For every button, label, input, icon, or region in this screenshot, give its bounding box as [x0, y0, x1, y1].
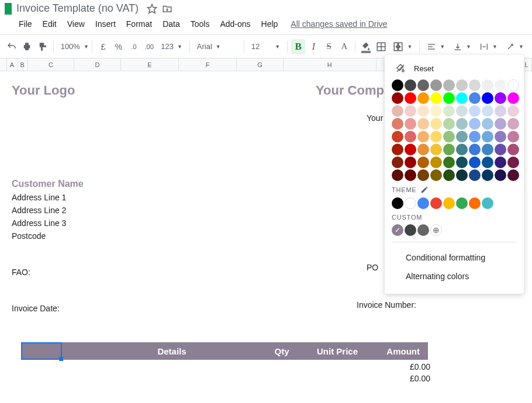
color-swatch[interactable]	[507, 131, 519, 143]
color-swatch[interactable]	[392, 157, 403, 168]
color-swatch[interactable]	[405, 118, 416, 130]
color-swatch[interactable]	[469, 144, 481, 155]
color-swatch[interactable]	[482, 92, 493, 104]
custom-color-swatch[interactable]	[417, 224, 429, 236]
move-folder-icon[interactable]	[162, 4, 172, 14]
color-swatch[interactable]	[392, 118, 403, 130]
color-swatch[interactable]	[469, 79, 481, 91]
color-swatch[interactable]	[443, 144, 455, 155]
color-swatch[interactable]	[405, 79, 416, 91]
color-swatch[interactable]	[456, 118, 468, 130]
color-swatch[interactable]	[469, 169, 481, 181]
color-swatch[interactable]	[495, 105, 506, 117]
color-swatch[interactable]	[469, 105, 481, 117]
app-logo[interactable]	[5, 3, 12, 15]
color-swatch[interactable]	[469, 92, 481, 104]
color-swatch[interactable]	[443, 105, 455, 117]
color-swatch[interactable]	[417, 105, 429, 117]
menu-tools[interactable]: Tools	[186, 17, 215, 31]
percent-button[interactable]: %	[112, 39, 126, 54]
merge-cells-button[interactable]: ▼	[389, 41, 416, 52]
color-swatch[interactable]	[405, 144, 416, 155]
amount-row-2[interactable]: £0.00	[22, 374, 438, 383]
save-status[interactable]: All changes saved in Drive	[291, 19, 387, 29]
color-swatch[interactable]	[495, 157, 506, 168]
color-swatch[interactable]	[417, 169, 429, 181]
add-custom-color-button[interactable]: ⊕	[430, 224, 442, 236]
amount-row-1[interactable]: £0.00	[22, 362, 438, 371]
col-header-g[interactable]: G	[237, 58, 283, 71]
color-swatch[interactable]	[507, 79, 519, 91]
color-swatch[interactable]	[443, 79, 455, 91]
color-swatch[interactable]	[430, 118, 442, 130]
header-details[interactable]: Details	[62, 346, 258, 356]
color-swatch[interactable]	[456, 144, 468, 155]
color-swatch[interactable]	[417, 144, 429, 155]
conditional-formatting-link[interactable]: Conditional formatting	[392, 248, 517, 267]
col-header-f[interactable]: F	[179, 58, 237, 71]
theme-color-swatch[interactable]	[430, 197, 442, 209]
theme-color-swatch[interactable]	[469, 197, 481, 209]
paint-format-button[interactable]	[36, 39, 50, 54]
color-swatch[interactable]	[417, 92, 429, 104]
col-header-h[interactable]: H	[284, 58, 376, 71]
color-swatch[interactable]	[482, 131, 493, 143]
color-swatch[interactable]	[456, 92, 468, 104]
corner-cell[interactable]	[0, 58, 7, 71]
menu-help[interactable]: Help	[257, 17, 283, 31]
color-swatch[interactable]	[430, 92, 442, 104]
color-swatch[interactable]	[482, 105, 493, 117]
pencil-icon[interactable]	[420, 186, 429, 194]
document-title[interactable]: Invoice Template (no VAT)	[16, 2, 139, 15]
color-swatch[interactable]	[482, 169, 493, 181]
color-swatch[interactable]	[430, 169, 442, 181]
menu-view[interactable]: View	[63, 17, 89, 31]
color-swatch[interactable]	[443, 157, 455, 168]
color-swatch[interactable]	[456, 157, 468, 168]
theme-color-swatch[interactable]	[482, 197, 493, 209]
color-swatch[interactable]	[417, 79, 429, 91]
col-header-a[interactable]: A	[7, 58, 18, 71]
color-swatch[interactable]	[430, 144, 442, 155]
color-swatch[interactable]	[392, 169, 403, 181]
bold-button[interactable]: B	[291, 39, 305, 54]
color-swatch[interactable]	[507, 105, 519, 117]
header-amount[interactable]: Amount	[369, 346, 428, 356]
color-swatch[interactable]	[443, 118, 455, 130]
color-swatch[interactable]	[417, 157, 429, 168]
color-swatch[interactable]	[469, 131, 481, 143]
fill-color-button[interactable]	[359, 39, 373, 54]
theme-color-swatch[interactable]	[392, 197, 403, 209]
menu-file[interactable]: File	[14, 17, 37, 31]
color-swatch[interactable]	[507, 157, 519, 168]
po-label[interactable]: PO	[367, 263, 378, 272]
menu-addons[interactable]: Add-ons	[215, 17, 255, 31]
color-swatch[interactable]	[405, 131, 416, 143]
color-swatch[interactable]	[495, 118, 506, 130]
color-swatch[interactable]	[456, 169, 468, 181]
color-swatch[interactable]	[495, 169, 506, 181]
color-swatch[interactable]	[405, 157, 416, 168]
invoice-number-label[interactable]: Invoice Number:	[357, 300, 416, 310]
color-swatch[interactable]	[469, 118, 481, 130]
undo-button[interactable]	[5, 39, 19, 54]
borders-button[interactable]	[374, 39, 388, 54]
color-swatch[interactable]	[417, 131, 429, 143]
col-header-b[interactable]: B	[18, 58, 28, 71]
text-wrap-button[interactable]: ▼	[476, 42, 501, 51]
zoom-select[interactable]: 100%▼	[57, 42, 89, 51]
theme-color-swatch[interactable]	[456, 197, 468, 209]
color-swatch[interactable]	[507, 144, 519, 155]
header-qty[interactable]: Qty	[258, 346, 305, 356]
color-swatch[interactable]	[482, 157, 493, 168]
color-swatch[interactable]	[495, 92, 506, 104]
theme-color-swatch[interactable]	[443, 197, 455, 209]
font-size-select[interactable]: 12▼	[248, 42, 284, 51]
alternating-colors-link[interactable]: Alternating colors	[392, 267, 517, 286]
invoice-date-label[interactable]: Invoice Date:	[12, 304, 532, 313]
star-icon[interactable]	[147, 4, 157, 14]
italic-button[interactable]: I	[306, 39, 320, 54]
increase-decimal-button[interactable]: .00	[142, 39, 156, 54]
horizontal-align-button[interactable]: ▼	[423, 42, 448, 51]
color-swatch[interactable]	[482, 79, 493, 91]
